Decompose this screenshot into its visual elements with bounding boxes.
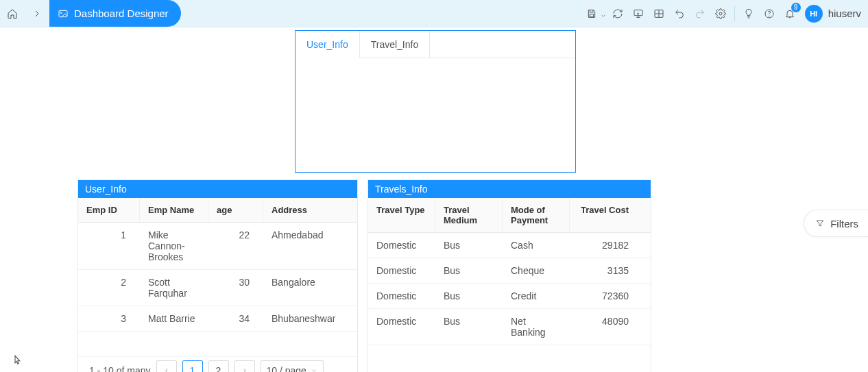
avatar[interactable]: HI bbox=[805, 5, 823, 23]
cell: Bangalore bbox=[263, 270, 346, 306]
cell: Domestic bbox=[368, 233, 435, 258]
undo-icon bbox=[674, 8, 685, 19]
save-button[interactable] bbox=[582, 4, 601, 23]
svg-point-5 bbox=[719, 12, 722, 15]
table-row[interactable]: Domestic Bus Credit 72360 bbox=[368, 284, 651, 309]
widget-user-info[interactable]: User_Info Emp ID Emp Name age Address 1 … bbox=[77, 179, 358, 372]
col-emp-name[interactable]: Emp Name bbox=[140, 198, 208, 222]
topbar-left: Dashboard Designer bbox=[0, 0, 181, 27]
cell: Domestic bbox=[368, 284, 435, 308]
undo-button[interactable] bbox=[670, 4, 689, 23]
gear-icon bbox=[715, 8, 726, 19]
placeholder-widget[interactable]: User_Info Travel_Info bbox=[295, 30, 576, 173]
cell: Domestic bbox=[368, 258, 435, 283]
table-rows[interactable]: Domestic Bus Cash 29182 Domestic Bus Che… bbox=[368, 233, 651, 372]
page-num: 2 bbox=[216, 365, 221, 373]
redo-button[interactable] bbox=[690, 4, 710, 23]
refresh-button[interactable] bbox=[608, 4, 627, 23]
page-size-select[interactable]: 10 / page bbox=[261, 360, 324, 373]
widget-travels-info[interactable]: Travels_Info Travel Type Travel Medium M… bbox=[367, 179, 651, 372]
page-2[interactable]: 2 bbox=[208, 360, 229, 373]
table-row[interactable]: 2 Scott Farquhar 30 Bangalore bbox=[78, 270, 357, 306]
chevron-left-icon bbox=[163, 367, 170, 373]
table-row[interactable]: Domestic Bus Net Banking 48090 bbox=[368, 309, 651, 345]
cell: Bus bbox=[435, 284, 503, 308]
breadcrumb-pill[interactable]: Dashboard Designer bbox=[49, 0, 181, 27]
cell: Bus bbox=[435, 309, 503, 345]
cell: 1 bbox=[78, 223, 140, 269]
table-row[interactable]: 3 Matt Barrie 34 Bhubaneshwar bbox=[78, 306, 357, 332]
table-row[interactable]: 1 Mike Cannon-Brookes 22 Ahmedabad bbox=[78, 223, 357, 270]
pagination: 1 - 10 of many 1 2 10 / page bbox=[78, 356, 357, 372]
layout-button[interactable] bbox=[649, 4, 668, 23]
tab-travel-info[interactable]: Travel_Info bbox=[360, 31, 431, 58]
table-row[interactable]: Domestic Bus Cash 29182 bbox=[368, 233, 651, 258]
tool-rail bbox=[0, 347, 34, 372]
tabs-rest bbox=[430, 31, 575, 58]
help-button[interactable] bbox=[760, 4, 779, 23]
cell: Bus bbox=[435, 233, 503, 258]
table-header-row: Emp ID Emp Name age Address bbox=[78, 198, 357, 223]
cell: Domestic bbox=[368, 309, 435, 345]
hint-button[interactable] bbox=[739, 4, 758, 23]
cell: Mike Cannon-Brookes bbox=[140, 223, 208, 269]
page-num: 1 bbox=[190, 365, 195, 373]
cell: 30 bbox=[208, 270, 263, 306]
breadcrumb-title: Dashboard Designer bbox=[74, 8, 169, 19]
breadcrumb-chevron[interactable] bbox=[25, 0, 49, 27]
tab-label: Travel_Info bbox=[371, 39, 419, 50]
cell: Ahmedabad bbox=[263, 223, 346, 269]
cell: Scott Farquhar bbox=[140, 270, 208, 306]
pointer-tool[interactable] bbox=[0, 347, 34, 372]
widget-body: Travel Type Travel Medium Mode of Paymen… bbox=[368, 198, 651, 372]
cell: 34 bbox=[208, 306, 263, 331]
cell: Matt Barrie bbox=[140, 306, 208, 331]
presentation-icon bbox=[633, 8, 644, 19]
col-travel-type[interactable]: Travel Type bbox=[368, 198, 435, 232]
svg-point-7 bbox=[769, 16, 769, 16]
cell: 22 bbox=[208, 223, 263, 269]
col-address[interactable]: Address bbox=[263, 198, 346, 222]
separator bbox=[734, 6, 735, 21]
col-mode-payment[interactable]: Mode of Payment bbox=[503, 198, 570, 232]
page-prev[interactable] bbox=[156, 360, 177, 373]
present-button[interactable] bbox=[629, 4, 648, 23]
placeholder-tabs: User_Info Travel_Info bbox=[296, 31, 575, 58]
home-button[interactable] bbox=[0, 0, 25, 27]
widget-header: Travels_Info bbox=[368, 180, 651, 198]
cell: Credit bbox=[503, 284, 570, 308]
col-travel-cost[interactable]: Travel Cost bbox=[570, 198, 637, 232]
col-travel-medium[interactable]: Travel Medium bbox=[435, 198, 503, 232]
cell: 48090 bbox=[570, 309, 637, 345]
cell: 72360 bbox=[570, 284, 637, 308]
widget-body: Emp ID Emp Name age Address 1 Mike Canno… bbox=[78, 198, 357, 372]
table-row[interactable]: Domestic Bus Cheque 3135 bbox=[368, 258, 651, 284]
username-label: hiuserv bbox=[828, 8, 861, 19]
cell: 3135 bbox=[570, 258, 637, 283]
image-icon bbox=[58, 8, 69, 19]
cell: 29182 bbox=[570, 233, 637, 258]
svg-rect-3 bbox=[634, 10, 642, 15]
page-1[interactable]: 1 bbox=[182, 360, 203, 373]
col-emp-id[interactable]: Emp ID bbox=[78, 198, 140, 222]
notification-badge: 9 bbox=[791, 3, 801, 12]
tab-user-info[interactable]: User_Info bbox=[296, 31, 360, 58]
page-summary: 1 - 10 of many bbox=[89, 365, 151, 373]
notification-button[interactable]: 9 bbox=[780, 4, 799, 23]
page-next[interactable] bbox=[234, 360, 255, 373]
settings-button[interactable] bbox=[711, 4, 730, 23]
save-icon bbox=[586, 8, 597, 19]
filters-button[interactable]: Filters bbox=[804, 210, 868, 237]
table-header-row: Travel Type Travel Medium Mode of Paymen… bbox=[368, 198, 651, 233]
filter-icon bbox=[815, 219, 825, 228]
table-rows[interactable]: 1 Mike Cannon-Brookes 22 Ahmedabad 2 Sco… bbox=[78, 223, 357, 372]
cell: Net Banking bbox=[503, 309, 570, 345]
help-icon bbox=[764, 8, 775, 19]
widget-title: Travels_Info bbox=[375, 184, 428, 195]
col-age[interactable]: age bbox=[208, 198, 263, 222]
widget-title: User_Info bbox=[85, 184, 127, 195]
cell: Bus bbox=[435, 258, 503, 283]
chevron-right-icon bbox=[32, 8, 43, 19]
cell: 3 bbox=[78, 306, 140, 331]
avatar-initials: HI bbox=[810, 10, 817, 18]
